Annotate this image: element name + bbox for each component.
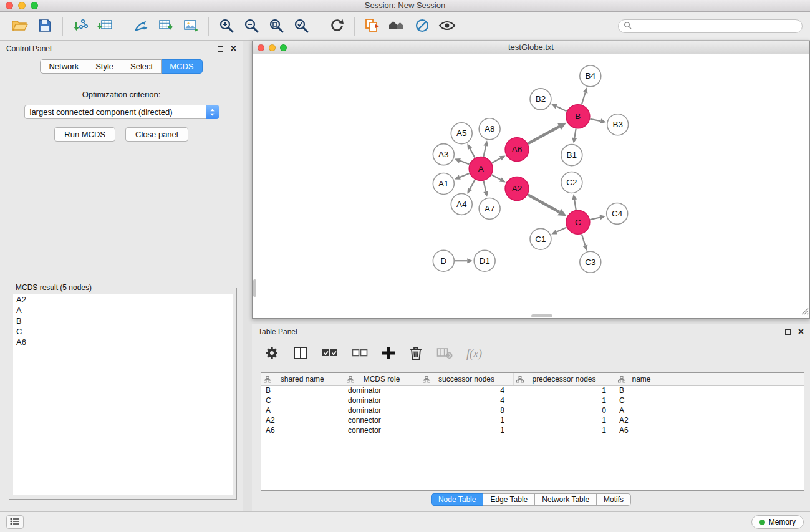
- tab-node-table[interactable]: Node Table: [431, 493, 484, 506]
- node-A6[interactable]: A6: [505, 138, 529, 162]
- tab-mcds[interactable]: MCDS: [162, 59, 202, 74]
- result-item[interactable]: C: [13, 326, 233, 337]
- node-C[interactable]: C: [566, 210, 590, 234]
- network-minimize-button[interactable]: [269, 44, 276, 51]
- snapshot-button[interactable]: [360, 14, 385, 38]
- memory-button[interactable]: Memory: [751, 515, 804, 529]
- node-C4[interactable]: C4: [607, 203, 628, 224]
- node-B1[interactable]: B1: [561, 145, 582, 166]
- resize-grip-icon[interactable]: [801, 306, 809, 317]
- zoom-window-button[interactable]: [31, 2, 38, 9]
- table-row[interactable]: A6connector11A6: [261, 425, 804, 435]
- result-item[interactable]: A: [13, 305, 233, 316]
- node-B4[interactable]: B4: [580, 65, 601, 87]
- tab-network[interactable]: Network: [40, 59, 87, 74]
- table-row[interactable]: Cdominator41C: [261, 395, 804, 405]
- vertical-scrollbar-thumb[interactable]: [253, 279, 256, 297]
- close-panel-icon[interactable]: ×: [231, 44, 236, 54]
- edge-B-B4[interactable]: [582, 87, 588, 105]
- node-B[interactable]: B: [566, 105, 590, 128]
- edge-A6-B[interactable]: [528, 123, 567, 143]
- edge-B-B2[interactable]: [551, 104, 567, 111]
- network-canvas[interactable]: B4B2BB3A5A8A6A3B1AA1C2A2A4A7CC4C1C3DD1: [253, 55, 809, 318]
- search-input[interactable]: [635, 22, 797, 31]
- column-header-mcds-role[interactable]: MCDS role: [344, 373, 420, 385]
- node-A8[interactable]: A8: [479, 118, 500, 140]
- edge-C-C2[interactable]: [572, 194, 577, 210]
- edge-A-A1[interactable]: [455, 173, 470, 180]
- zoom-fit-button[interactable]: [264, 14, 289, 38]
- zoom-selected-button[interactable]: [289, 14, 314, 38]
- edge-C-C3[interactable]: [582, 234, 587, 251]
- export-network-button[interactable]: [128, 14, 153, 38]
- deselect-all-button[interactable]: [352, 348, 368, 360]
- node-A7[interactable]: A7: [479, 198, 500, 219]
- search-field[interactable]: [618, 19, 803, 33]
- export-table-button[interactable]: [153, 14, 178, 38]
- result-item[interactable]: A6: [13, 337, 233, 347]
- edge-A-A6[interactable]: [492, 156, 506, 163]
- close-panel-icon[interactable]: ×: [798, 327, 804, 337]
- network-zoom-button[interactable]: [280, 44, 287, 51]
- node-C1[interactable]: C1: [530, 228, 551, 249]
- annotations-toggle-button[interactable]: [410, 14, 435, 38]
- node-C2[interactable]: C2: [561, 172, 582, 193]
- table-row[interactable]: A2connector11A2: [261, 415, 804, 425]
- node-A1[interactable]: A1: [433, 173, 454, 195]
- column-header-successor-nodes[interactable]: successor nodes: [420, 373, 513, 385]
- zoom-in-button[interactable]: [214, 14, 239, 38]
- edge-C-C4[interactable]: [590, 215, 605, 220]
- open-session-button[interactable]: [7, 14, 32, 38]
- refresh-button[interactable]: [324, 14, 349, 38]
- close-window-button[interactable]: [6, 2, 13, 9]
- close-panel-button[interactable]: Close panel: [125, 127, 188, 142]
- network-window-titlebar[interactable]: testGlobe.txt: [253, 41, 809, 54]
- import-network-button[interactable]: [68, 14, 93, 38]
- node-B3[interactable]: B3: [607, 114, 629, 135]
- column-header-predecessor-nodes[interactable]: predecessor nodes: [513, 373, 615, 385]
- import-table-button[interactable]: [93, 14, 118, 38]
- edge-A-A2[interactable]: [492, 175, 506, 182]
- table-settings-button[interactable]: [264, 346, 279, 362]
- node-B2[interactable]: B2: [530, 89, 551, 110]
- column-header-name[interactable]: name: [615, 373, 668, 385]
- criterion-select[interactable]: largest connected component (directed): [24, 105, 219, 119]
- network-close-button[interactable]: [258, 44, 264, 51]
- node-A4[interactable]: A4: [451, 193, 472, 215]
- result-item[interactable]: B: [13, 316, 233, 326]
- float-panel-icon[interactable]: [785, 329, 791, 335]
- node-A3[interactable]: A3: [433, 144, 454, 165]
- float-panel-icon[interactable]: [218, 46, 223, 52]
- node-A[interactable]: A: [469, 157, 493, 181]
- show-columns-button[interactable]: [293, 346, 308, 362]
- add-column-button[interactable]: [382, 346, 395, 362]
- tab-select[interactable]: Select: [122, 59, 162, 74]
- run-mcds-button[interactable]: Run MCDS: [54, 127, 115, 142]
- delete-table-button[interactable]: [436, 347, 453, 361]
- edge-A-A5[interactable]: [467, 143, 475, 158]
- tab-network-table[interactable]: Network Table: [535, 493, 597, 506]
- save-session-button[interactable]: [32, 14, 57, 38]
- result-item[interactable]: A2: [13, 294, 233, 305]
- edge-A-A8[interactable]: [483, 140, 488, 157]
- node-D1[interactable]: D1: [474, 250, 495, 271]
- edge-B-B3[interactable]: [590, 118, 606, 123]
- task-history-button[interactable]: [6, 515, 24, 529]
- node-table[interactable]: shared nameMCDS rolesuccessor nodesprede…: [261, 372, 804, 491]
- minimize-window-button[interactable]: [18, 2, 26, 9]
- tab-style[interactable]: Style: [87, 59, 122, 74]
- edge-C-C1[interactable]: [551, 228, 566, 235]
- delete-column-button[interactable]: [409, 346, 423, 362]
- export-image-button[interactable]: [178, 14, 203, 38]
- home-button[interactable]: [385, 14, 410, 38]
- select-all-button[interactable]: [322, 348, 338, 360]
- tab-edge-table[interactable]: Edge Table: [483, 493, 535, 506]
- zoom-out-button[interactable]: [239, 14, 264, 38]
- horizontal-scrollbar-thumb[interactable]: [531, 314, 552, 317]
- node-A5[interactable]: A5: [451, 123, 472, 144]
- mcds-result-list[interactable]: A2ABCA6: [13, 294, 233, 495]
- table-row[interactable]: Adominator80A: [261, 405, 804, 415]
- edge-A-A3[interactable]: [455, 158, 470, 164]
- tab-motifs[interactable]: Motifs: [597, 493, 631, 506]
- edge-D-D1[interactable]: [455, 258, 473, 263]
